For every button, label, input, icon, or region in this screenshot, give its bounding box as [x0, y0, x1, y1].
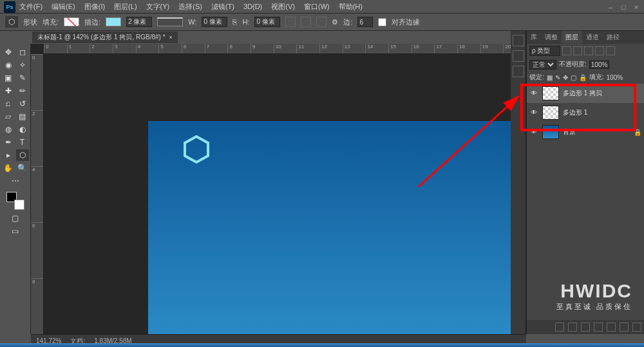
fill-swatch[interactable] [64, 17, 79, 26]
menu-help[interactable]: 帮助(H) [339, 2, 363, 12]
document-tab[interactable]: 未标题-1 @ 142% (多边形 1 拷贝, RGB/8#) * × [32, 32, 178, 43]
window-minimize[interactable]: – [607, 3, 614, 10]
window-close[interactable]: × [632, 3, 640, 10]
lasso-tool[interactable]: ◉ [2, 59, 15, 71]
filter-smart-icon[interactable] [606, 46, 615, 55]
stroke-swatch[interactable] [106, 17, 121, 26]
align-icon[interactable] [301, 17, 311, 27]
path-ops-icon[interactable] [285, 17, 296, 27]
zoom-tool[interactable]: 🔍 [16, 162, 29, 174]
menu-view[interactable]: 视图(V) [271, 2, 295, 12]
visibility-icon[interactable]: 👁 [531, 89, 538, 97]
tab-close-icon[interactable]: × [169, 34, 173, 41]
background-swatch[interactable] [14, 200, 24, 210]
lock-brush-icon[interactable]: ✎ [555, 74, 560, 81]
layer-fx-icon[interactable] [568, 323, 577, 332]
delete-layer-icon[interactable] [632, 323, 641, 332]
layer-thumb[interactable] [542, 106, 559, 120]
lock-artboard-icon[interactable]: ▢ [571, 74, 576, 81]
stroke-width-field[interactable] [126, 17, 152, 27]
collapsed-panel-icon[interactable] [513, 66, 524, 77]
path-select-tool[interactable]: ▸ [2, 149, 15, 161]
quickmask-icon[interactable]: ▢ [9, 212, 22, 224]
blend-mode-select[interactable]: 正常 [529, 60, 556, 70]
marquee-tool[interactable]: ◻ [16, 46, 29, 58]
lock-transparency-icon[interactable]: ▦ [547, 74, 553, 81]
heal-tool[interactable]: ✚ [2, 85, 15, 97]
layer-thumb[interactable] [542, 125, 559, 139]
screenmode-icon[interactable]: ▭ [9, 225, 22, 237]
tab-channels[interactable]: 通道 [582, 31, 603, 44]
tab-adjustments[interactable]: 调整 [541, 31, 562, 44]
layer-row[interactable]: 👁 背景 🔒 [527, 122, 644, 142]
filter-pixel-icon[interactable] [562, 46, 571, 55]
layer-name[interactable]: 多边形 1 [563, 108, 587, 117]
wand-tool[interactable]: ✧ [16, 59, 29, 71]
layer-thumb[interactable] [542, 86, 559, 100]
arrange-icon[interactable] [316, 17, 327, 27]
polygon-tool-icon[interactable]: ⬡ [5, 16, 18, 28]
layer-name[interactable]: 背景 [563, 127, 576, 136]
menu-layer[interactable]: 图层(L) [114, 2, 137, 12]
h-field[interactable] [254, 17, 280, 27]
opacity-value[interactable]: 100% [589, 61, 610, 69]
move-tool[interactable]: ✥ [2, 46, 15, 58]
stroke-style[interactable] [157, 17, 183, 26]
layer-fill-value[interactable]: 100% [607, 74, 623, 81]
ruler-horizontal[interactable]: 01234567891011121314151617181920 [44, 44, 526, 54]
crop-tool[interactable]: ▣ [2, 72, 15, 84]
eraser-tool[interactable]: ▱ [2, 111, 15, 122]
filter-type-icon[interactable] [584, 46, 593, 55]
layer-row[interactable]: 👁 多边形 1 [527, 103, 644, 122]
sides-field[interactable] [357, 17, 373, 27]
blur-tool[interactable]: ◍ [2, 124, 15, 135]
filter-adjust-icon[interactable] [573, 46, 582, 55]
tab-paths[interactable]: 路径 [603, 31, 623, 44]
hexagon-shape[interactable] [184, 135, 209, 164]
lock-position-icon[interactable]: ✥ [563, 74, 568, 81]
menu-edit[interactable]: 编辑(E) [52, 2, 75, 12]
menu-image[interactable]: 图像(I) [84, 2, 105, 12]
filter-type-select[interactable]: ρ 类型 [529, 46, 560, 56]
tab-library[interactable]: 库 [527, 31, 541, 44]
history-brush-tool[interactable]: ↺ [16, 98, 29, 109]
menu-file[interactable]: 文件(F) [19, 2, 43, 12]
shape-tool[interactable]: ⬡ [16, 149, 29, 161]
more-tools[interactable]: ⋯ [9, 175, 22, 187]
ruler-vertical[interactable]: 02468 [31, 54, 44, 334]
link-wh-icon[interactable]: ⎘ [232, 18, 237, 26]
layer-row[interactable]: 👁 多边形 1 拷贝 [527, 84, 644, 103]
hand-tool[interactable]: ✋ [2, 162, 15, 174]
color-swatches[interactable] [6, 192, 24, 210]
menu-window[interactable]: 窗口(W) [304, 2, 330, 12]
filter-shape-icon[interactable] [595, 46, 604, 55]
menu-select[interactable]: 选择(S) [178, 2, 202, 12]
visibility-icon[interactable]: 👁 [531, 109, 538, 117]
link-layers-icon[interactable] [555, 323, 564, 332]
new-layer-icon[interactable] [620, 323, 629, 332]
window-maximize[interactable]: □ [620, 3, 627, 10]
menu-filter[interactable]: 滤镜(T) [211, 2, 234, 12]
dodge-tool[interactable]: ◐ [16, 124, 29, 135]
gear-icon[interactable]: ⚙ [332, 18, 338, 26]
pen-tool[interactable]: ✒ [2, 136, 15, 148]
layer-name[interactable]: 多边形 1 拷贝 [563, 89, 602, 98]
w-field[interactable] [202, 17, 227, 27]
tab-layers[interactable]: 图层 [562, 31, 582, 44]
collapsed-panel-icon[interactable] [513, 50, 524, 62]
menu-3d[interactable]: 3D(D) [243, 3, 262, 10]
adjustment-layer-icon[interactable] [594, 323, 603, 332]
type-tool[interactable]: T [16, 136, 29, 148]
canvas[interactable] [148, 121, 526, 334]
shape-mode-select[interactable]: 形状 [23, 17, 37, 27]
lock-all-icon[interactable]: 🔒 [579, 74, 587, 81]
eyedropper-tool[interactable]: ✎ [16, 72, 29, 84]
stamp-tool[interactable]: ⎌ [2, 98, 15, 109]
layer-mask-icon[interactable] [581, 323, 590, 332]
gradient-tool[interactable]: ▤ [16, 111, 29, 122]
visibility-icon[interactable]: 👁 [531, 128, 538, 136]
menu-type[interactable]: 文字(Y) [146, 2, 170, 12]
new-group-icon[interactable] [607, 323, 616, 332]
brush-tool[interactable]: ✏ [16, 85, 29, 97]
align-edges-checkbox[interactable] [378, 18, 386, 26]
